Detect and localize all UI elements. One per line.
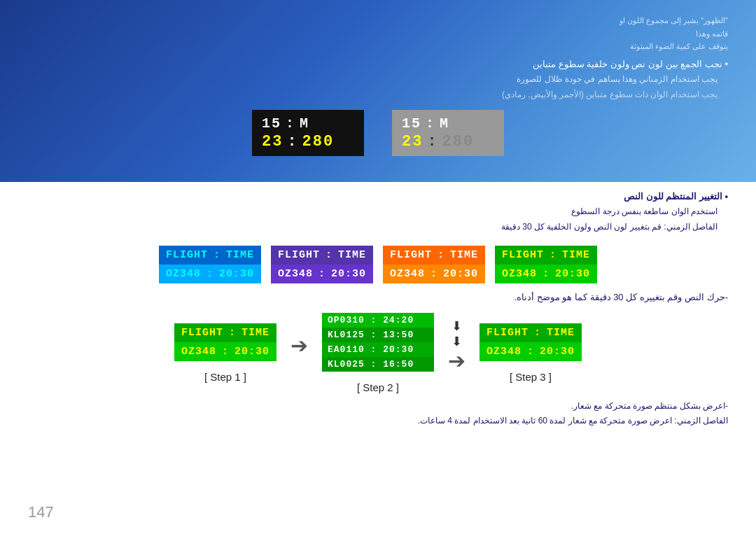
display-row-4: 23 : 280 — [402, 133, 494, 150]
fw4-top: FLIGHT : TIME — [495, 246, 597, 265]
display-box-gray: 15 : M 23 : 280 — [392, 110, 504, 156]
fw1-top: FLIGHT : TIME — [159, 246, 261, 265]
fw3-bot-colon: : — [430, 268, 438, 280]
white-sub1: استخدم الوان ساطعة بنفس درجة السطوع — [28, 204, 728, 220]
disp1-r2-right: 280 — [302, 133, 335, 150]
disp2-r2-left: 23 — [402, 133, 423, 150]
disp1-r2-left: 23 — [262, 133, 283, 150]
step3-top-label: FLIGHT — [486, 327, 528, 339]
step1-widget: FLIGHT : TIME OZ348 : 20:30 — [174, 323, 276, 361]
step3-top: FLIGHT : TIME — [479, 323, 582, 342]
display-row-2: 23 : 280 — [262, 133, 354, 150]
steps-row: FLIGHT : TIME OZ348 : 20:30 [ Step 1 ] ➔… — [28, 313, 728, 393]
step1-bot-value: 20:30 — [234, 346, 270, 358]
fw2-top-value: TIME — [338, 249, 366, 261]
step1-block: FLIGHT : TIME OZ348 : 20:30 [ Step 1 ] — [174, 323, 276, 383]
fw3-top-colon: : — [438, 249, 444, 261]
disp1-colon2: : — [287, 133, 298, 150]
display-section: 15 : M 23 : 280 15 : M 23 : 280 — [28, 110, 728, 156]
fw4-top-label: FLIGHT — [502, 249, 544, 261]
fw2-bot-value: 20:30 — [331, 268, 366, 280]
fw1-top-colon: : — [214, 249, 220, 261]
step2-scroll-list: OP0310 : 24:20 KL0125 : 13:50 EA0110 : 2… — [322, 313, 434, 372]
top-sub1: يجب استخدام الزمناني وهذا يساهم في جودة … — [28, 72, 728, 87]
arrow-right-icon: ➔ — [290, 335, 308, 356]
fw2-bot-label: OZ348 — [278, 268, 313, 280]
top-bullet1: • نجب الجمع بين لون نص ولون خلفية سطوع م… — [28, 56, 728, 72]
bottom-arabic-text: -اعرض بشكل منتظم صورة متحركة مع شعار. ال… — [28, 399, 728, 429]
fw2-bot-colon: : — [318, 268, 326, 280]
display-box-dark: 15 : M 23 : 280 — [252, 110, 364, 156]
step1-top-label: FLIGHT — [181, 327, 223, 339]
disp2-colon1: : — [426, 115, 435, 132]
flight-widget-2: FLIGHT : TIME OZ348 : 20:30 — [271, 246, 373, 283]
step3-bot-value: 20:30 — [540, 346, 575, 358]
page-number: 147 — [28, 503, 54, 521]
fw2-top-label: FLIGHT — [278, 249, 320, 261]
fw1-bot-label: OZ348 — [166, 268, 201, 280]
steps-note: -حرك النص وقم بتغييره كل 30 دقيقة كما هو… — [28, 289, 728, 305]
display-row-3: 15 : M — [402, 115, 494, 132]
disp1-r1-left: 15 — [262, 115, 281, 132]
step1-label: [ Step 1 ] — [204, 371, 246, 383]
fw1-bot: OZ348 : 20:30 — [159, 265, 261, 283]
fw2-top-colon: : — [326, 249, 332, 261]
step3-block: FLIGHT : TIME OZ348 : 20:30 [ Step 3 ] — [479, 323, 582, 383]
fw2-bot: OZ348 : 20:30 — [271, 265, 373, 283]
white-bullet: • التغيير المنتظم للون النص — [28, 188, 728, 204]
scroll-item-3: EA0110 : 20:30 — [322, 342, 434, 357]
white-section: • التغيير المنتظم للون النص استخدم الوان… — [0, 177, 756, 443]
fw1-bot-colon: : — [206, 268, 214, 280]
scroll-item-1: OP0310 : 24:20 — [322, 313, 434, 328]
fw4-bot-value: 20:30 — [555, 268, 590, 280]
arrow-right-icon-2: ➔ — [448, 351, 465, 372]
step3-bot: OZ348 : 20:30 — [479, 342, 582, 361]
step3-label: [ Step 3 ] — [510, 371, 552, 383]
scroll-item-2: KL0125 : 13:50 — [322, 328, 434, 342]
disp2-colon2: : — [427, 133, 438, 150]
fw3-top: FLIGHT : TIME — [383, 246, 485, 265]
fw4-top-value: TIME — [562, 249, 590, 261]
step2-block: OP0310 : 24:20 KL0125 : 13:50 EA0110 : 2… — [322, 313, 434, 393]
fw4-top-colon: : — [550, 249, 556, 261]
bottom-line2: الفاصل الزمني: اعرض صورة متحركة مع شعار … — [28, 414, 728, 429]
scroll-item-4: KL0025 : 16:50 — [322, 357, 434, 372]
arrow1: ➔ — [290, 335, 308, 356]
arrow-down-icon-2: ⬇ — [451, 335, 462, 348]
step2-label: [ Step 2 ] — [357, 381, 399, 393]
top-sub2: يجب استخدام الوان ذات سطوع متباين (الأحم… — [28, 87, 728, 103]
step1-top: FLIGHT : TIME — [174, 323, 276, 342]
fw2-top: FLIGHT : TIME — [271, 246, 373, 265]
disp2-r2-right: 280 — [442, 133, 475, 150]
disp2-r1-left: 15 — [402, 115, 421, 132]
flight-widget-1: FLIGHT : TIME OZ348 : 20:30 — [159, 246, 261, 283]
fw4-bot-label: OZ348 — [502, 268, 537, 280]
step1-bot: OZ348 : 20:30 — [174, 342, 276, 361]
disp1-r1-right: M — [300, 115, 309, 132]
fw4-bot: OZ348 : 20:30 — [495, 265, 597, 283]
arrow-down-icon-1: ⬇ — [451, 320, 462, 332]
fw3-bot: OZ348 : 20:30 — [383, 265, 485, 283]
fw4-bot-colon: : — [542, 268, 550, 280]
flight-widget-3: FLIGHT : TIME OZ348 : 20:30 — [383, 246, 485, 283]
step1-bot-label: OZ348 — [181, 346, 216, 358]
step3-bot-label: OZ348 — [486, 346, 522, 358]
white-sub2: الفاصل الزمني: قم بتغيير لون النص ولون ا… — [28, 220, 728, 235]
fw1-bot-value: 20:30 — [219, 268, 254, 280]
step3-widget: FLIGHT : TIME OZ348 : 20:30 — [479, 323, 582, 361]
fw3-top-value: TIME — [450, 249, 478, 261]
fw3-top-label: FLIGHT — [390, 249, 432, 261]
arabic-white-text: • التغيير المنتظم للون النص استخدم الوان… — [28, 188, 728, 235]
step3-top-value: TIME — [547, 327, 575, 339]
step1-top-value: TIME — [241, 327, 270, 339]
flight-widget-4: FLIGHT : TIME OZ348 : 20:30 — [495, 246, 597, 283]
arrow2: ⬇ ⬇ ➔ — [448, 320, 465, 372]
fw3-bot-value: 20:30 — [443, 268, 478, 280]
bottom-line1: -اعرض بشكل منتظم صورة متحركة مع شعار. — [28, 399, 728, 414]
fw1-top-label: FLIGHT — [166, 249, 208, 261]
display-row-1: 15 : M — [262, 115, 354, 132]
flight-widgets-row: FLIGHT : TIME OZ348 : 20:30 FLIGHT : TIM… — [28, 246, 728, 283]
disp1-colon1: : — [286, 115, 295, 132]
disp2-r1-right: M — [440, 115, 449, 132]
fw3-bot-label: OZ348 — [390, 268, 425, 280]
